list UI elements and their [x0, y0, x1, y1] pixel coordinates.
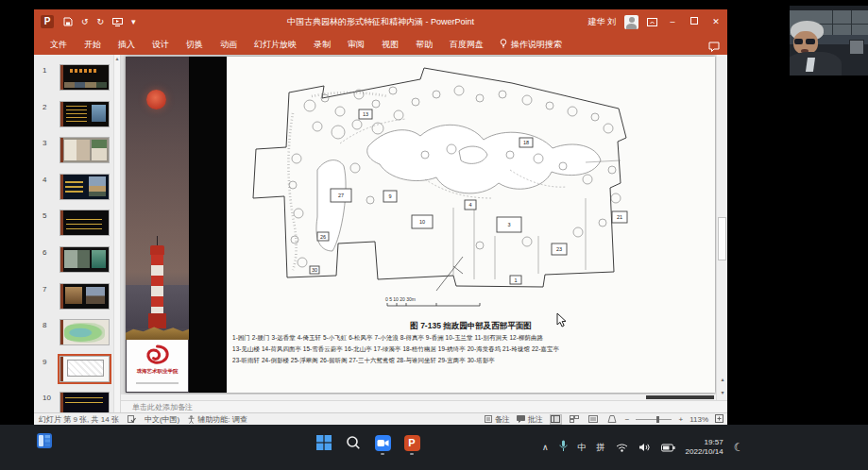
fit-to-window-icon[interactable] [715, 414, 723, 425]
svg-text:26: 26 [320, 234, 326, 240]
picture-frame [849, 40, 864, 55]
slide-number: 10 [43, 394, 51, 402]
slide-thumbnail-image[interactable] [60, 246, 110, 273]
slide-thumbnail[interactable]: 8 [34, 319, 120, 347]
save-icon[interactable] [63, 17, 73, 26]
slide-thumbnail[interactable]: 9 [34, 356, 120, 384]
start-slideshow-button[interactable] [112, 18, 123, 26]
slide-canvas-area: 珠海艺术职业学院 [121, 55, 716, 394]
ribbon-tab[interactable]: 开始 [76, 34, 110, 55]
ribbon-tab[interactable]: 幻灯片放映 [246, 34, 305, 55]
ribbon-tab-row: 文件开始插入设计切换动画幻灯片放映录制审阅视图帮助百度网盘 操作说明搜索 [34, 34, 727, 55]
restore-button[interactable] [688, 17, 701, 26]
horizontal-scrollbar-thumb[interactable] [646, 395, 714, 399]
vertical-scrollbar-thumb[interactable] [718, 217, 726, 260]
reading-view-button[interactable] [587, 414, 600, 425]
thumbnail-scrollbar[interactable]: ▴ [113, 55, 120, 412]
comments-button[interactable]: 批注 [517, 414, 543, 425]
slide-thumbnail[interactable]: 10 [34, 392, 120, 412]
notes-pane[interactable]: 单击此处添加备注 [121, 400, 727, 412]
slide-thumbnail-image[interactable] [60, 174, 110, 200]
slide-thumbnail-image[interactable] [60, 319, 110, 345]
language-indicator[interactable]: 中文(中国) [145, 414, 179, 425]
powerpoint-taskbar-icon[interactable]: P [401, 430, 422, 455]
slide-thumbnail[interactable]: 2 [34, 101, 120, 129]
close-button[interactable]: ✕ [709, 17, 723, 26]
minimize-button[interactable]: – [666, 17, 679, 26]
slideshow-view-button[interactable] [606, 414, 619, 425]
plan-legend-line-1: 1-园门 2-腰门 3-远香堂 4-倚玉轩 5-小飞虹 6-松风亭 7-小沧浪 … [232, 334, 711, 343]
ime-mode-indicator[interactable]: 拼 [597, 442, 605, 454]
customize-qat-button[interactable]: ▾ [131, 17, 136, 26]
tell-me-label: 操作说明搜索 [511, 39, 562, 51]
slide-thumbnail-image[interactable] [60, 283, 110, 310]
account-avatar[interactable] [624, 15, 638, 29]
ribbon-tab[interactable]: 切换 [178, 34, 212, 55]
slide-thumbnail-image[interactable] [60, 64, 110, 91]
status-left: 幻灯片 第 9 张, 共 14 张 中文(中国) 辅助功能: 调查 [34, 414, 247, 425]
night-mode-moon-icon[interactable]: ☾ [734, 441, 744, 454]
hidden-icons-chevron[interactable]: ∧ [542, 443, 549, 452]
garden-plan-panel: 1 3 4 9 10 13 18 21 23 26 27 30 [227, 57, 715, 393]
slide-thumbnail-image[interactable] [60, 356, 110, 382]
ribbon-tab[interactable]: 帮助 [407, 34, 441, 55]
ribbon-display-options-icon[interactable] [647, 13, 657, 30]
meeting-app-icon[interactable] [372, 430, 393, 455]
redo-button[interactable]: ↻ [97, 17, 105, 26]
previous-slide-button[interactable]: ▴ [717, 376, 728, 383]
svg-text:21: 21 [617, 214, 622, 220]
scroll-up-icon[interactable]: ▴ [114, 55, 120, 63]
ribbon-tab[interactable]: 文件 [42, 34, 76, 55]
svg-text:4: 4 [468, 202, 471, 208]
zoom-slider-thumb[interactable] [656, 416, 659, 423]
slide-thumbnail[interactable]: 4 [34, 174, 120, 202]
svg-text:0 5 10 20 30m: 0 5 10 20 30m [385, 296, 416, 302]
speaker-icon[interactable] [638, 439, 651, 456]
microphone-icon[interactable] [559, 439, 568, 456]
spellcheck-icon[interactable] [128, 415, 136, 424]
slide-thumbnail[interactable]: 5 [34, 210, 120, 238]
next-slide-button[interactable]: ▾ [717, 389, 728, 396]
ribbon-tab[interactable]: 录制 [305, 34, 339, 55]
windows-taskbar: P ∧ 中 拼 19:57 2022/10/14 ☾ [0, 425, 868, 470]
slide-thumbnail[interactable]: 3 [34, 137, 120, 165]
widgets-icon[interactable] [36, 432, 53, 453]
comments-icon[interactable] [708, 39, 720, 56]
slide-thumbnail-image[interactable] [60, 210, 110, 236]
undo-button[interactable]: ↺ [81, 17, 89, 26]
ribbon-tab[interactable]: 百度网盘 [441, 34, 492, 55]
slide-thumbnail[interactable]: 7 [34, 283, 120, 311]
accessibility-status[interactable]: 辅助功能: 调查 [188, 414, 247, 425]
taskbar-clock[interactable]: 19:57 2022/10/14 [686, 438, 723, 457]
slide-thumbnail-image[interactable] [60, 137, 110, 163]
current-slide[interactable]: 珠海艺术职业学院 [126, 57, 715, 393]
wifi-icon[interactable] [616, 439, 628, 456]
status-right: 备注 批注 − + 113% [485, 414, 727, 425]
ribbon-tab[interactable]: 视图 [373, 34, 407, 55]
zoom-slider[interactable] [636, 415, 672, 424]
meeting-video-overlay[interactable] [790, 6, 868, 76]
svg-text:13: 13 [363, 111, 368, 117]
start-button[interactable] [314, 430, 334, 455]
ribbon-tab[interactable]: 动画 [212, 34, 246, 55]
slide-vertical-scrollbar[interactable]: ▴ ▾ [716, 55, 727, 400]
slide-thumbnail[interactable]: 6 [34, 246, 120, 275]
notes-button[interactable]: 备注 [485, 414, 510, 425]
zoom-out-button[interactable]: − [625, 415, 630, 424]
zoom-level[interactable]: 113% [689, 415, 708, 424]
cabinet-line [813, 24, 868, 25]
search-icon[interactable] [343, 430, 364, 455]
ribbon-tab[interactable]: 插入 [110, 34, 144, 55]
slide-thumbnail-image[interactable] [60, 101, 110, 127]
battery-icon[interactable] [661, 439, 675, 456]
tell-me-search[interactable]: 操作说明搜索 [500, 39, 562, 51]
normal-view-button[interactable] [550, 414, 562, 425]
slide-thumbnail[interactable]: 1 [34, 64, 120, 92]
slide-sorter-view-button[interactable] [569, 414, 581, 425]
ime-language-indicator[interactable]: 中 [578, 442, 587, 454]
slide-thumbnail-image[interactable] [60, 392, 110, 412]
ribbon-tab[interactable]: 审阅 [339, 34, 373, 55]
zoom-in-button[interactable]: + [678, 415, 683, 424]
account-name[interactable]: 建华 刘 [587, 16, 616, 28]
ribbon-tab[interactable]: 设计 [144, 34, 178, 55]
